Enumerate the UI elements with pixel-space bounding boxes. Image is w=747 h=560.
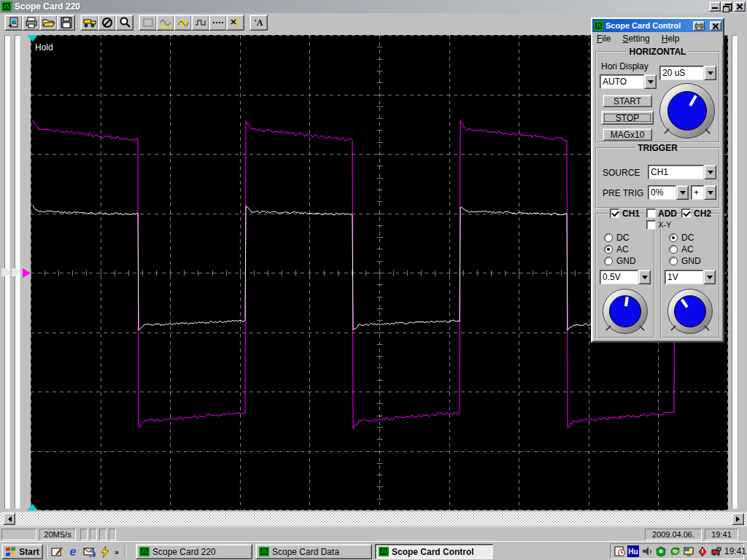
ch2-enable-checkbox[interactable] <box>681 209 691 218</box>
hori-display-select[interactable]: AUTO <box>600 74 657 89</box>
show-desktop-icon <box>51 546 63 558</box>
tray-display-icon[interactable] <box>683 545 694 557</box>
tray-clock[interactable]: 19:41 <box>724 546 746 556</box>
horizontal-group-legend: HORIZONTAL <box>627 47 689 57</box>
text-tool-glyph: 'A <box>255 18 263 28</box>
trigger-source-select[interactable]: CH1 <box>648 165 716 179</box>
close-button[interactable] <box>734 1 746 12</box>
trigger-slope-select[interactable]: + <box>691 185 716 200</box>
status-indicator-1 <box>80 529 88 540</box>
x-line-icon <box>229 17 242 28</box>
trigger-slope-value: + <box>691 185 704 200</box>
quick-launch-winamp[interactable] <box>98 545 112 559</box>
channel-ground-marker[interactable] <box>23 268 31 278</box>
square-wave-button[interactable] <box>191 15 209 31</box>
chevron-down-icon[interactable] <box>704 165 716 179</box>
ch1-enable-checkbox[interactable] <box>610 209 619 218</box>
chevron-down-icon[interactable] <box>704 66 716 80</box>
mag-x10-button[interactable]: MAGx10 <box>603 128 652 141</box>
add-checkbox[interactable] <box>646 209 656 218</box>
exit-button[interactable] <box>4 15 23 31</box>
tray-sync-icon[interactable] <box>669 545 681 557</box>
taskbar-button-scope-card-data[interactable]: Scope Card Data <box>255 544 372 559</box>
menu-help[interactable]: Help <box>662 34 680 44</box>
tray-alert-icon[interactable] <box>697 545 708 557</box>
print-button[interactable] <box>22 15 40 31</box>
quick-launch-internet-explorer[interactable]: e <box>66 545 80 559</box>
text-label-button[interactable]: 'A <box>249 15 268 31</box>
taskbar-separator <box>125 545 126 558</box>
xy-checkbox-label: X-Y <box>658 220 671 229</box>
chevron-down-icon[interactable] <box>638 270 651 284</box>
ch2-dc-radio[interactable] <box>669 233 678 242</box>
taskbar-button-label: Scope Card Control <box>392 547 474 557</box>
mag-x10-button-label: MAGx10 <box>611 130 645 140</box>
tray-keyboard-layout[interactable]: Hu <box>627 545 639 557</box>
chevron-down-icon[interactable] <box>704 185 716 200</box>
menu-setting[interactable]: Setting <box>622 34 649 44</box>
trigger-level-slider-track[interactable] <box>732 35 738 509</box>
title-print-button[interactable] <box>693 21 705 31</box>
hold-status-label: Hold <box>35 42 53 52</box>
chevron-down-icon[interactable] <box>703 270 716 284</box>
ch2-group: DC AC GND 1V <box>660 213 720 338</box>
sine-wave-icon <box>159 17 172 28</box>
ch1-gnd-radio[interactable] <box>604 257 613 265</box>
no-entry-icon <box>101 17 114 28</box>
square-wave-icon <box>194 17 207 28</box>
pretrig-select[interactable]: 0% <box>648 185 689 200</box>
open-folder-icon <box>42 17 55 28</box>
ch1-checkbox-label: CH1 <box>622 209 640 219</box>
quick-launch-overflow[interactable]: » <box>112 545 122 559</box>
restore-button[interactable] <box>721 1 732 12</box>
arrow-right-icon <box>736 516 743 522</box>
tray-scheduler-icon[interactable] <box>614 545 625 557</box>
dotted-line-button[interactable] <box>209 15 227 31</box>
ch2-checkbox-label: CH2 <box>694 209 711 219</box>
taskbar-button-scope-card-control[interactable]: Scope Card Control <box>375 544 493 559</box>
grid-toggle-button[interactable] <box>139 15 157 31</box>
open-button[interactable] <box>39 15 58 31</box>
tray-volume-icon[interactable] <box>641 545 653 557</box>
tray-antivirus-icon[interactable] <box>655 545 667 557</box>
save-icon <box>60 17 73 28</box>
zoom-button[interactable] <box>115 15 133 31</box>
menu-file[interactable]: File <box>597 34 611 44</box>
start-button[interactable]: START <box>603 95 652 107</box>
ch2-position-knob[interactable] <box>667 289 713 334</box>
x-cursor-button[interactable] <box>226 15 244 31</box>
cursor-wave-button[interactable] <box>174 15 192 31</box>
quick-launch-desktop[interactable] <box>50 545 64 559</box>
save-button[interactable] <box>57 15 75 31</box>
trigger-source-value: CH1 <box>648 165 704 179</box>
horizontal-scrollbar[interactable] <box>0 512 747 526</box>
chevron-down-icon[interactable] <box>676 185 689 200</box>
truck-button[interactable] <box>80 15 98 31</box>
status-indicator-2 <box>90 529 97 540</box>
sine-display-button[interactable] <box>156 15 174 31</box>
scroll-left-button[interactable] <box>3 513 15 525</box>
tray-device-icon[interactable] <box>711 545 722 557</box>
scroll-right-button[interactable] <box>732 513 744 525</box>
control-close-button[interactable] <box>710 21 721 31</box>
cancel-button[interactable] <box>98 15 116 31</box>
ch2-ac-radio[interactable] <box>669 245 678 254</box>
ch1-position-knob[interactable] <box>603 289 648 334</box>
chevron-down-icon[interactable] <box>644 74 657 89</box>
quick-launch-mail[interactable] <box>82 545 96 559</box>
minimize-button[interactable] <box>709 1 721 12</box>
status-panel-empty <box>1 529 36 540</box>
ch1-dc-label: DC <box>616 233 629 243</box>
knob-pointer <box>659 281 721 342</box>
printer-icon <box>694 23 703 29</box>
lightning-icon <box>100 546 110 558</box>
ch2-gnd-radio[interactable] <box>669 257 678 265</box>
horizontal-knob[interactable] <box>659 83 715 139</box>
ch2-dc-label: DC <box>681 233 694 243</box>
taskbar-button-scope-card-220[interactable]: Scope Card 220 <box>136 544 252 559</box>
xy-checkbox[interactable] <box>646 220 656 230</box>
ch1-dc-radio[interactable] <box>604 233 613 242</box>
start-button[interactable]: Start <box>1 544 43 559</box>
ch1-ac-radio[interactable] <box>604 245 613 254</box>
windows-logo-icon <box>5 547 17 557</box>
